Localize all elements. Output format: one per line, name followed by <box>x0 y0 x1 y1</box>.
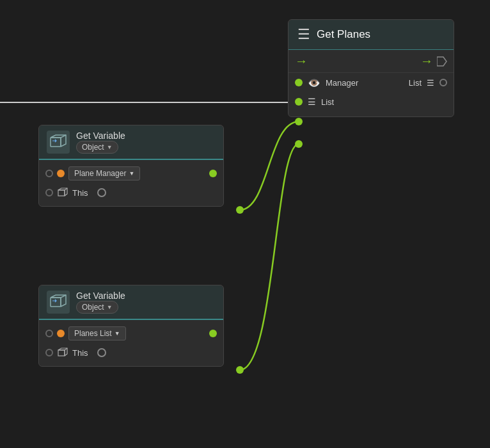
svg-rect-8 <box>58 190 65 196</box>
box-icon-2 <box>57 347 68 358</box>
planes-list-row: Planes List ▼ <box>39 324 223 343</box>
svg-marker-6 <box>437 57 447 66</box>
get-variable-2-body: Planes List ▼ This <box>39 320 223 366</box>
cube-icon-2 <box>47 291 70 314</box>
get-planes-title: Get Planes <box>317 28 370 41</box>
plane-manager-dropdown[interactable]: Plane Manager ▼ <box>68 166 140 180</box>
orange-dot-2 <box>57 330 65 337</box>
manager-label: Manager <box>326 78 404 88</box>
get-variable-2-title-block: Get Variable Object ▼ <box>76 291 125 314</box>
svg-rect-7 <box>51 138 61 147</box>
dropdown-caret-1: ▼ <box>129 170 134 177</box>
this-label-1: This <box>72 188 88 198</box>
get-variable-1-node: Get Variable Object ▼ Plane Manager ▼ <box>38 125 224 207</box>
left-port-empty-3 <box>45 330 53 337</box>
object-type-label-1: Object <box>82 143 104 152</box>
cube-icon-1 <box>47 131 70 154</box>
exec-out-port <box>437 56 447 67</box>
planes-list-dropdown[interactable]: Planes List ▼ <box>68 326 126 340</box>
this-target-port-1 <box>97 188 106 197</box>
left-port-empty-2 <box>45 189 53 196</box>
list-row-icon: ☰ <box>308 97 316 107</box>
list-icon: ☰ <box>297 26 310 43</box>
list-label: List <box>409 78 422 88</box>
exec-row: → → <box>288 50 454 73</box>
this-target-port-2 <box>97 348 106 357</box>
svg-point-5 <box>295 140 303 148</box>
list-icon-right: ☰ <box>427 78 434 88</box>
exec-out-arrow-icon: → <box>420 54 433 68</box>
get-variable-1-body: Plane Manager ▼ This <box>39 160 223 206</box>
dropdown-arrow-2: ▼ <box>107 304 113 310</box>
get-variable-2-node: Get Variable Object ▼ Planes List ▼ <box>38 285 224 367</box>
get-variable-1-title: Get Variable <box>76 131 125 141</box>
object-type-label-2: Object <box>82 303 104 312</box>
get-variable-2-header: Get Variable Object ▼ <box>39 285 223 320</box>
this-label-2: This <box>72 348 88 358</box>
orange-dot-1 <box>57 170 65 177</box>
dropdown-arrow-1: ▼ <box>107 144 113 150</box>
svg-rect-10 <box>58 350 65 356</box>
dropdown-caret-2: ▼ <box>115 330 120 337</box>
manager-row: 👁️ Manager List ☰ <box>288 73 454 92</box>
list-input-port <box>295 98 303 106</box>
exec-in-arrow-icon: → <box>295 54 308 68</box>
plane-manager-row: Plane Manager ▼ <box>39 164 223 183</box>
svg-point-3 <box>236 366 244 374</box>
plane-manager-output-port <box>209 170 217 177</box>
this-row-2: This <box>39 343 223 362</box>
object-type-dropdown-2[interactable]: Object ▼ <box>76 301 118 314</box>
svg-point-4 <box>295 118 303 125</box>
object-type-dropdown-1[interactable]: Object ▼ <box>76 141 118 154</box>
get-variable-1-header: Get Variable Object ▼ <box>39 125 223 160</box>
left-port-empty-1 <box>45 170 53 177</box>
manager-input-port <box>295 79 303 86</box>
list-row: ☰ List <box>288 92 454 111</box>
this-row-1: This <box>39 183 223 202</box>
get-variable-1-title-block: Get Variable Object ▼ <box>76 131 125 154</box>
get-planes-header: ☰ Get Planes <box>288 20 454 50</box>
get-variable-2-title: Get Variable <box>76 291 125 301</box>
manager-output-port <box>439 79 447 86</box>
svg-rect-9 <box>51 298 61 307</box>
list-row-label: List <box>321 97 447 107</box>
svg-point-2 <box>236 206 244 214</box>
planes-list-output-port <box>209 330 217 337</box>
box-icon-1 <box>57 187 68 198</box>
get-planes-node: ☰ Get Planes → → 👁️ Manager List ☰ <box>288 19 454 117</box>
left-port-empty-4 <box>45 349 53 356</box>
get-planes-body: → → 👁️ Manager List ☰ ☰ Li <box>288 50 454 116</box>
manager-eye-icon: 👁️ <box>308 77 320 89</box>
